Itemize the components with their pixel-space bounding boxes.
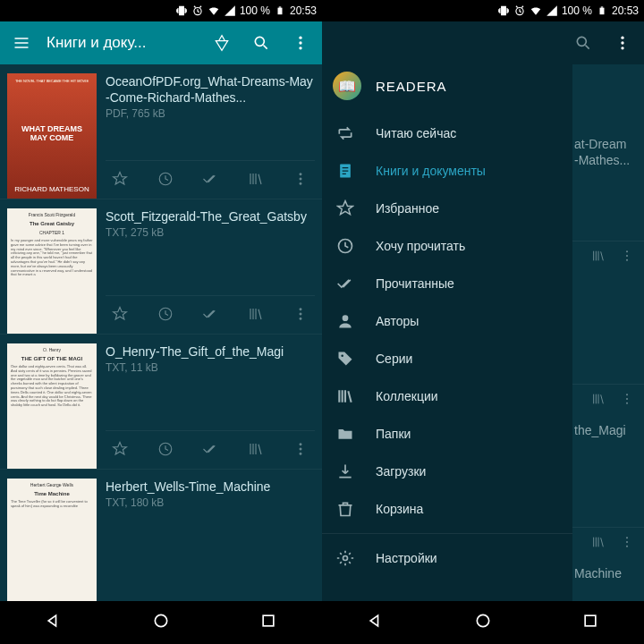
wifi-icon	[530, 4, 542, 17]
clock-text: 20:53	[612, 4, 639, 17]
drawer-item-books[interactable]: Коллекции	[322, 377, 572, 415]
bg-book-peek: the_Magi	[572, 415, 644, 558]
svg-point-27	[621, 47, 623, 49]
svg-point-34	[626, 537, 628, 538]
drawer-list: Читаю сейчасКниги и документыИзбранноеХо…	[322, 107, 572, 577]
drawer-item-label: Коллекции	[376, 389, 438, 403]
search-icon[interactable]	[247, 29, 275, 57]
right-content: at-Dream -Mathes... the_Magi	[322, 64, 644, 601]
drawer-item-gear[interactable]: Настройки	[322, 539, 572, 577]
later-icon[interactable]	[151, 303, 180, 325]
book-meta: TXT, 11 kB	[106, 361, 315, 374]
svg-point-9	[300, 178, 301, 180]
drawer-item-label: Читаю сейчас	[376, 126, 456, 140]
svg-point-30	[626, 259, 628, 261]
alarm-icon	[513, 4, 526, 17]
app-name: READERA	[376, 79, 447, 94]
menu-button[interactable]	[7, 29, 36, 57]
item-more-icon[interactable]	[286, 303, 315, 325]
drawer-item-download[interactable]: Загрузки	[322, 453, 572, 490]
svg-rect-43	[585, 615, 596, 626]
drawer-item-star[interactable]: Избранное	[322, 190, 572, 227]
trash-icon	[336, 500, 354, 518]
more-icon[interactable]	[286, 29, 315, 57]
book-cover: Herbert George Wells Time Machine The Ti…	[7, 479, 97, 601]
book-cover: Francis Scott Fitzgerald The Great Gatsb…	[7, 208, 97, 334]
search-icon[interactable]	[569, 29, 597, 57]
svg-point-18	[300, 453, 301, 454]
book-item[interactable]: Francis Scott Fitzgerald The Great Gatsb…	[0, 199, 322, 335]
book-actions	[106, 295, 315, 334]
item-more-icon[interactable]	[286, 168, 315, 190]
nav-back[interactable]	[45, 612, 63, 633]
svg-point-14	[300, 318, 301, 319]
book-info: Herbert_Wells-Time_Machine TXT, 180 kB	[106, 479, 315, 601]
alarm-icon	[191, 4, 204, 17]
nav-recent[interactable]	[259, 612, 277, 633]
tag-icon	[336, 350, 354, 368]
page-title: Книги и доку...	[47, 34, 197, 52]
drawer-divider	[322, 533, 572, 534]
svg-point-19	[155, 614, 166, 626]
favorite-icon[interactable]	[106, 168, 134, 190]
favorite-icon[interactable]	[106, 438, 134, 460]
collection-icon[interactable]	[242, 438, 270, 460]
book-title: Scott_Fitzgerald-The_Great_Gatsby	[106, 208, 315, 225]
read-icon[interactable]	[196, 438, 225, 460]
collection-icon[interactable]	[587, 249, 610, 263]
favorite-icon[interactable]	[106, 303, 134, 325]
nav-back[interactable]	[367, 612, 385, 633]
drawer-item-label: Корзина	[376, 502, 423, 516]
collection-icon[interactable]	[242, 168, 270, 190]
nav-bar	[0, 601, 322, 644]
drawer-item-label: Прочитанные	[376, 276, 454, 291]
book-actions	[106, 430, 315, 469]
drawer-item-tag[interactable]: Серии	[322, 340, 572, 377]
later-icon[interactable]	[151, 438, 180, 460]
drawer-item-clock[interactable]: Хочу прочитать	[322, 227, 572, 265]
collection-icon[interactable]	[587, 535, 610, 549]
vibrate-icon	[497, 4, 510, 17]
nav-home[interactable]	[474, 612, 492, 633]
drawer-item-folder[interactable]: Папки	[322, 415, 572, 453]
item-more-icon[interactable]	[615, 249, 639, 263]
nav-home[interactable]	[152, 612, 170, 633]
svg-point-12	[300, 309, 301, 310]
battery-text: 100 %	[562, 4, 592, 17]
background-list: at-Dream -Mathes... the_Magi	[572, 129, 644, 601]
svg-point-35	[626, 541, 628, 543]
item-more-icon[interactable]	[615, 392, 639, 406]
book-item[interactable]: O. Henry THE GIFT OF THE MAGI One dollar…	[0, 335, 322, 470]
drawer-item-doc[interactable]: Книги и документы	[322, 152, 572, 190]
svg-point-31	[626, 394, 628, 395]
svg-point-4	[299, 37, 301, 39]
nav-recent[interactable]	[581, 612, 599, 633]
drawer-item-label: Настройки	[376, 551, 437, 565]
book-list-content[interactable]: THE NOVEL THAT BECAME THE HIT MOVIE WHAT…	[0, 64, 322, 601]
book-meta: PDF, 765 kB	[106, 107, 315, 120]
book-meta: TXT, 180 kB	[106, 496, 315, 509]
clock-text: 20:53	[290, 4, 317, 17]
premium-icon[interactable]	[208, 29, 236, 57]
svg-point-5	[299, 41, 301, 44]
collection-icon[interactable]	[587, 392, 610, 406]
drawer-item-repeat[interactable]: Читаю сейчас	[322, 114, 572, 152]
svg-rect-22	[599, 8, 604, 15]
book-meta: TXT, 275 kB	[106, 226, 315, 239]
svg-point-28	[626, 250, 628, 252]
book-item[interactable]: Herbert George Wells Time Machine The Ti…	[0, 470, 322, 601]
book-info: O_Henry-The_Gift_of_the_Magi TXT, 11 kB	[106, 343, 315, 469]
read-icon[interactable]	[196, 303, 225, 325]
item-more-icon[interactable]	[615, 535, 639, 549]
item-more-icon[interactable]	[286, 438, 315, 460]
collection-icon[interactable]	[242, 303, 270, 325]
folder-icon	[336, 425, 354, 443]
more-icon[interactable]	[608, 29, 637, 57]
drawer-item-trash[interactable]: Корзина	[322, 490, 572, 528]
read-icon[interactable]	[196, 168, 225, 190]
drawer-item-check[interactable]: Прочитанные	[322, 265, 572, 302]
svg-point-29	[626, 255, 628, 257]
book-item[interactable]: THE NOVEL THAT BECAME THE HIT MOVIE WHAT…	[0, 64, 322, 199]
drawer-item-person[interactable]: Авторы	[322, 302, 572, 340]
later-icon[interactable]	[151, 168, 180, 190]
